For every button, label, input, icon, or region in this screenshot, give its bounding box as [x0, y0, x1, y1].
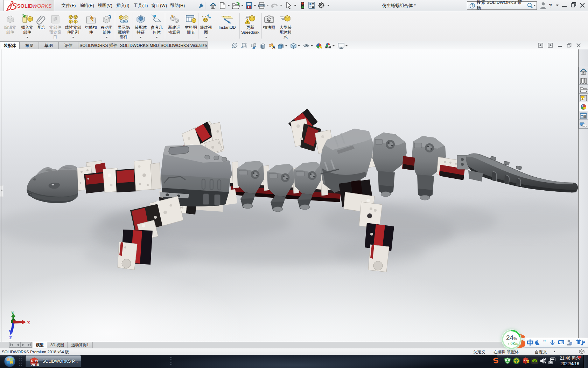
svg-text:A: A	[272, 45, 275, 50]
svg-text:S: S	[31, 359, 33, 362]
svg-text:?: ?	[549, 2, 552, 8]
svg-text:24: 24	[506, 334, 514, 341]
svg-text:’’: ’’	[543, 339, 546, 345]
svg-text:?: ?	[471, 4, 474, 8]
svg-text:WORKS: WORKS	[32, 3, 52, 8]
svg-text:11: 11	[570, 342, 572, 345]
svg-text:Z: Z	[9, 335, 12, 340]
svg-text:S: S	[523, 359, 525, 362]
svg-text:!: !	[247, 20, 248, 24]
svg-text:W: W	[35, 359, 38, 362]
svg-text:↑ 0K/s: ↑ 0K/s	[507, 341, 518, 346]
svg-text:2018: 2018	[31, 363, 39, 367]
svg-text:X: X	[27, 320, 30, 325]
svg-text:%: %	[513, 336, 517, 341]
svg-text:SOLID: SOLID	[17, 3, 33, 8]
